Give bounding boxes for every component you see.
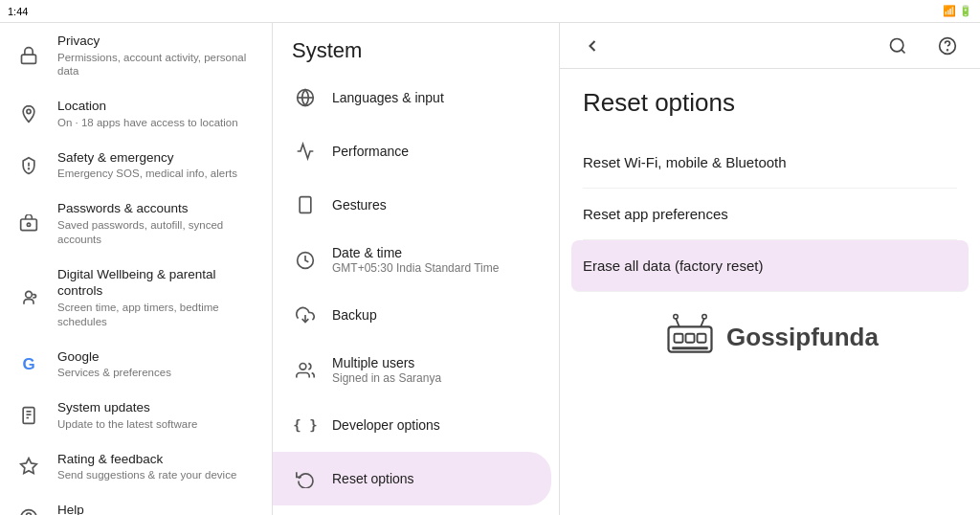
svg-rect-33: [672, 347, 708, 349]
sidebar-item-help[interactable]: Help How-to & troubleshooting topics: [0, 492, 272, 515]
lock-icon: [15, 42, 42, 69]
sidebar-wellbeing-subtitle: Screen time, app timers, bedtime schedul…: [57, 301, 256, 329]
search-button[interactable]: [880, 29, 915, 63]
sidebar-item-wellbeing[interactable]: Digital Wellbeing & parental controls Sc…: [0, 257, 272, 339]
middle-reset-title: Reset options: [332, 471, 532, 486]
middle-item-developer[interactable]: { } Developer options: [273, 398, 559, 452]
developer-icon: { }: [292, 412, 319, 438]
status-bar: 1:44 📶 🔋: [0, 0, 980, 23]
sidebar-google-title: Google: [57, 348, 256, 366]
back-button[interactable]: [575, 29, 610, 63]
right-panel: Reset options Reset Wi-Fi, mobile & Blue…: [560, 23, 980, 515]
reset-factory-title: Erase all data (factory reset): [583, 258, 957, 274]
sidebar-google-subtitle: Services & preferences: [57, 366, 256, 380]
sidebar-location-subtitle: On · 18 apps have access to location: [57, 116, 256, 130]
sidebar-passwords-subtitle: Saved passwords, autofill, synced accoun…: [57, 218, 256, 247]
google-icon: G: [15, 351, 42, 378]
middle-item-gestures[interactable]: Gestures: [273, 178, 559, 232]
svg-point-35: [674, 315, 679, 320]
backup-icon: [292, 302, 319, 328]
sidebar-location-title: Location: [57, 98, 256, 115]
sidebar-item-rating[interactable]: Rating & feedback Send suggestions & rat…: [0, 441, 272, 492]
sidebar-privacy-subtitle: Permissions, account activity, personal …: [57, 51, 256, 79]
globe-icon: [292, 84, 319, 111]
watermark-icon: [661, 311, 719, 364]
watermark: Gossipfunda: [583, 292, 957, 383]
middle-backup-title: Backup: [332, 307, 540, 323]
watermark-brand: Gossipfunda: [726, 323, 879, 352]
page-title: Reset options: [583, 88, 957, 118]
middle-item-languages[interactable]: Languages & input: [273, 71, 559, 124]
location-icon: [15, 101, 42, 127]
sidebar-item-system-updates[interactable]: System updates Update to the latest soft…: [0, 390, 272, 440]
clock-icon: [292, 247, 319, 274]
sidebar-safety-subtitle: Emergency SOS, medical info, alerts: [57, 167, 256, 181]
svg-rect-4: [21, 219, 37, 231]
sidebar-rating-subtitle: Send suggestions & rate your device: [57, 468, 256, 482]
svg-point-1: [27, 110, 31, 114]
middle-item-multipleusers[interactable]: Multiple users Signed in as Saranya: [273, 342, 559, 398]
right-content: Reset options Reset Wi-Fi, mobile & Blue…: [560, 69, 980, 515]
sidebar-updates-title: System updates: [57, 399, 256, 416]
svg-point-5: [27, 223, 30, 226]
sidebar-item-passwords[interactable]: Passwords & accounts Saved passwords, au…: [0, 190, 272, 256]
reset-wifi-title: Reset Wi-Fi, mobile & Bluetooth: [583, 154, 957, 170]
middle-header: System: [273, 23, 559, 71]
sidebar-wellbeing-title: Digital Wellbeing & parental controls: [57, 266, 256, 300]
reset-app-title: Reset app preferences: [583, 206, 957, 222]
reset-option-factory[interactable]: Erase all data (factory reset): [571, 240, 969, 292]
middle-developer-title: Developer options: [332, 417, 540, 433]
middle-datetime-title: Date & time: [332, 245, 540, 260]
svg-point-3: [29, 168, 30, 169]
sidebar-updates-subtitle: Update to the latest software: [57, 417, 256, 432]
reset-option-wifi[interactable]: Reset Wi-Fi, mobile & Bluetooth: [583, 137, 957, 189]
middle-item-reset[interactable]: Reset options: [273, 452, 551, 505]
gestures-icon: [292, 191, 319, 218]
svg-line-26: [902, 49, 905, 53]
svg-point-24: [300, 363, 306, 369]
middle-users-subtitle: Signed in as Saranya: [332, 371, 540, 385]
middle-users-title: Multiple users: [332, 355, 540, 370]
sidebar-item-safety[interactable]: Safety & emergency Emergency SOS, medica…: [0, 140, 272, 190]
passwords-icon: [15, 211, 42, 237]
svg-point-28: [947, 49, 948, 50]
sidebar-item-privacy[interactable]: Privacy Permissions, account activity, p…: [0, 23, 272, 88]
reset-icon: [292, 465, 319, 492]
rating-icon: [15, 453, 42, 480]
middle-panel: System Languages & input Performance: [273, 23, 560, 515]
middle-datetime-subtitle: GMT+05:30 India Standard Time: [332, 261, 540, 275]
sidebar-privacy-title: Privacy: [57, 33, 256, 50]
sidebar-item-location[interactable]: Location On · 18 apps have access to loc…: [0, 88, 272, 139]
middle-gestures-title: Gestures: [332, 197, 540, 213]
svg-marker-11: [21, 459, 37, 474]
users-icon: [292, 357, 319, 384]
sidebar: Privacy Permissions, account activity, p…: [0, 23, 273, 515]
middle-item-datetime[interactable]: Date & time GMT+05:30 India Standard Tim…: [273, 232, 559, 288]
svg-point-37: [702, 315, 707, 320]
system-updates-icon: [15, 402, 42, 429]
status-time: 1:44: [8, 6, 28, 17]
status-icons: 📶 🔋: [943, 5, 972, 17]
svg-point-6: [26, 291, 33, 298]
sidebar-help-title: Help: [57, 502, 256, 515]
middle-item-backup[interactable]: Backup: [273, 288, 559, 342]
right-top-bar: [560, 23, 980, 69]
middle-item-performance[interactable]: Performance: [273, 124, 559, 178]
help-icon: [15, 504, 42, 515]
svg-rect-0: [22, 55, 36, 63]
sidebar-safety-title: Safety & emergency: [57, 149, 256, 167]
reset-option-app-prefs[interactable]: Reset app preferences: [583, 189, 957, 240]
help-button[interactable]: [930, 29, 965, 63]
safety-icon: [15, 152, 42, 179]
sidebar-item-google[interactable]: G Google Services & preferences: [0, 339, 272, 390]
status-right: 📶 🔋: [943, 5, 972, 17]
middle-languages-title: Languages & input: [332, 90, 540, 105]
performance-icon: [292, 138, 319, 165]
sidebar-rating-title: Rating & feedback: [57, 451, 256, 468]
main-layout: Privacy Permissions, account activity, p…: [0, 23, 980, 515]
svg-point-25: [891, 38, 903, 51]
middle-performance-title: Performance: [332, 144, 540, 159]
wellbeing-icon: [15, 284, 42, 311]
status-left: 1:44: [8, 6, 28, 17]
sidebar-passwords-title: Passwords & accounts: [57, 200, 256, 217]
